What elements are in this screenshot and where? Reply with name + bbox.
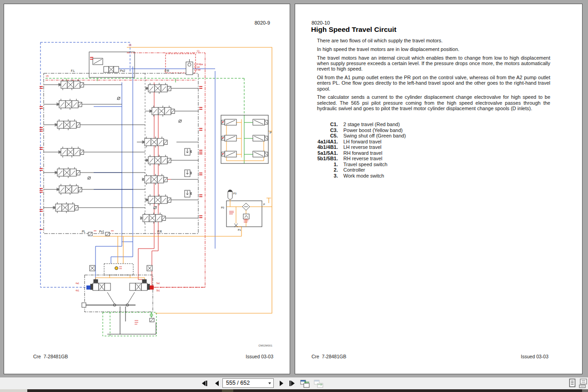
facing-pages-view-icon xyxy=(578,378,588,388)
legend-row: C5.Swing shut off (Green band) xyxy=(312,133,406,139)
taskbar-edge xyxy=(0,389,588,392)
port-label-p0: P0 xyxy=(221,206,224,209)
section-title: High Speed Travel Circuit xyxy=(311,25,397,34)
hydraulic-schematic: F.L Px2 P.R PL Pv1 P.R P P0 P P1 P3 0.29… xyxy=(39,39,280,358)
legend-desc: RH forward travel xyxy=(343,150,382,156)
first-page-icon xyxy=(201,380,208,387)
page-number-input[interactable]: 555 / 652 xyxy=(222,378,274,388)
pdf-viewer-toolbar: 555 / 652 xyxy=(0,377,588,389)
callout-4a1: 4a1 xyxy=(75,282,79,285)
next-page-icon xyxy=(278,380,285,387)
page-indicator-value: 555 / 652 xyxy=(226,380,250,386)
port-label-p-pilot: P xyxy=(263,203,265,206)
port-label-pl: PL xyxy=(82,230,85,233)
port-label-pr-top: P.R xyxy=(165,69,169,72)
port-label-pr-bottom: P.R xyxy=(157,230,162,233)
paragraph: There are two flows of oil which supply … xyxy=(317,38,550,43)
relief-pressure-bar: 2.9 bar xyxy=(194,69,201,71)
legend-row: C3.Power boost (Yellow band) xyxy=(312,127,406,133)
legend-term: 2. xyxy=(312,167,338,173)
previous-page-icon xyxy=(214,380,220,387)
last-page-icon xyxy=(289,380,296,387)
port-label-fl: F.L xyxy=(71,69,75,72)
port-label-p3: P3 xyxy=(233,192,236,195)
chevron-down-icon[interactable] xyxy=(268,382,271,384)
legend-desc: LH reverse travel xyxy=(343,144,382,150)
footer-issue-date: Issued 03-03 xyxy=(246,354,273,359)
single-page-view-button[interactable] xyxy=(568,379,578,388)
legend-term: 4a1/4A1. xyxy=(312,139,338,145)
callout-5b1: 5b1 xyxy=(156,290,160,292)
port-label-p-electrovalve: P xyxy=(270,131,271,134)
page-number-left: 8020-9 xyxy=(255,20,270,25)
port-label-p1: P1 xyxy=(238,229,241,231)
taskbar-segment xyxy=(0,389,27,392)
port-label-pv1: Pv1 xyxy=(99,230,105,233)
document-page-left: 8020-9 xyxy=(4,4,290,374)
legend-desc: Swing shut off (Green band) xyxy=(343,133,406,139)
paragraph: The calculator sends a current to the cy… xyxy=(317,94,550,111)
legend-desc: Controller xyxy=(343,167,365,173)
paragraph: In high speed the travel motors are in l… xyxy=(317,46,550,52)
relief-pressure-mpa: 0.29 Mpa xyxy=(194,63,203,66)
legend-term: C3. xyxy=(312,127,338,133)
legend-row: 4b1/4B1.LH reverse travel xyxy=(312,144,406,150)
legend-row: 5a1/5A1.RH forward travel xyxy=(312,150,406,156)
single-page-view-icon xyxy=(568,378,577,388)
facing-pages-view-button[interactable] xyxy=(578,379,588,388)
footer-issue-date: Issued 03-03 xyxy=(521,354,548,359)
legend-row: 3.Work mode switch xyxy=(312,173,406,179)
previous-page-button[interactable] xyxy=(212,379,222,388)
next-view-button[interactable] xyxy=(313,379,325,388)
page-number-right: 8020-10 xyxy=(312,20,330,25)
previous-view-button[interactable] xyxy=(299,379,311,388)
legend-row: 1.Travel speed switch xyxy=(312,162,406,168)
footer-publication-ref: Cre 7-28481GB xyxy=(312,354,346,359)
document-page-right: 8020-10 High Speed Travel Circuit There … xyxy=(295,4,583,374)
relief-pressure-psi: 42 psi xyxy=(194,66,200,68)
paragraph: The travel motors have an internal circu… xyxy=(317,55,550,72)
port-label-px2: Px2 xyxy=(120,69,126,72)
callout-c5: C5 xyxy=(46,75,49,77)
legend-term: 4b1/4B1. xyxy=(312,144,338,150)
callout-4b1: 4b1 xyxy=(75,290,79,292)
legend-term: 5b1/5B1. xyxy=(312,156,338,162)
legend-desc: Work mode switch xyxy=(343,173,384,179)
legend-term: C1. xyxy=(312,122,338,127)
last-page-button[interactable] xyxy=(287,379,297,388)
footer-publication-ref: Cre 7-28481GB xyxy=(33,354,68,359)
legend-row: C1.2 stage travel (Red band) xyxy=(312,122,406,127)
callout-c3: C3 xyxy=(129,44,131,46)
footer-figure-code: CM02M001 xyxy=(258,344,272,347)
legend-desc: Travel speed switch xyxy=(343,162,387,168)
taskbar-segment xyxy=(582,389,588,392)
next-view-icon xyxy=(314,379,324,388)
legend-row: 4a1/4A1.LH forward travel xyxy=(312,139,406,145)
next-page-button[interactable] xyxy=(276,379,286,388)
callout-c1: C1 xyxy=(197,50,200,52)
legend-desc: RH reverse travel xyxy=(343,156,382,162)
legend-row: 2.Controller xyxy=(312,167,406,173)
first-page-button[interactable] xyxy=(200,379,210,388)
taskbar-segment xyxy=(222,389,233,392)
legend-desc: 2 stage travel (Red band) xyxy=(343,122,400,127)
legend-term: 5a1/5A1. xyxy=(312,150,338,156)
previous-view-icon xyxy=(300,379,310,388)
legend-term: 1. xyxy=(312,162,338,168)
legend-desc: LH forward travel xyxy=(343,139,382,145)
body-text: There are two flows of oil which supply … xyxy=(317,38,550,114)
legend-term: 3. xyxy=(312,173,338,179)
legend-row: 5b1/5B1.RH reverse travel xyxy=(312,156,406,162)
legend-term: C5. xyxy=(312,133,338,139)
paragraph: Oil from the A1 pump outlet enters the P… xyxy=(317,75,550,92)
legend-desc: Power boost (Yellow band) xyxy=(343,127,402,133)
component-legend: C1.2 stage travel (Red band) C3.Power bo… xyxy=(312,122,406,178)
callout-5a1: 5a1 xyxy=(156,282,160,285)
